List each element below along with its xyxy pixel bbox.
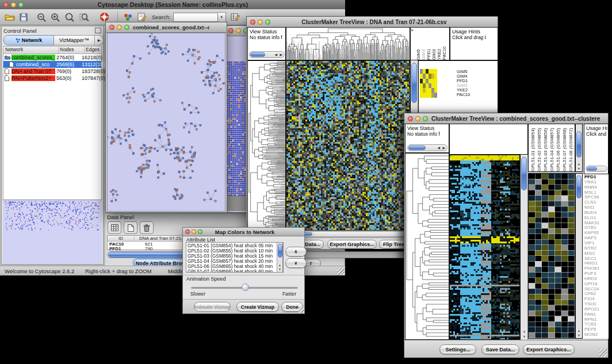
- zoom-out-icon[interactable]: [37, 13, 46, 22]
- delete-attribute-icon[interactable]: [140, 221, 154, 234]
- attribute-list-scrollbar[interactable]: ▲ ▼: [277, 243, 283, 272]
- select-attributes-icon[interactable]: [108, 221, 121, 234]
- minimize-icon[interactable]: [415, 116, 420, 121]
- network-table-row[interactable]: DNA and Tran 07769(0)183728(0): [3, 68, 101, 75]
- partial-browser-label: r: [310, 260, 312, 266]
- zoom-window-icon[interactable]: [265, 20, 270, 25]
- zoom-window-icon[interactable]: [423, 116, 428, 121]
- minimize-icon[interactable]: [236, 28, 241, 33]
- matrix-cell[interactable]: [434, 83, 437, 88]
- window-controls[interactable]: [0, 2, 27, 7]
- close-icon[interactable]: [3, 2, 9, 7]
- open-file-icon[interactable]: [5, 13, 15, 21]
- minimize-icon[interactable]: [192, 229, 196, 234]
- table-edit-icon[interactable]: [231, 13, 240, 21]
- close-icon[interactable]: [185, 229, 190, 234]
- zoom-window-icon[interactable]: [124, 25, 129, 30]
- network-table-row[interactable]: combined_scores_2764(0)16218(0): [3, 54, 101, 61]
- tv1-similarity-matrix[interactable]: [420, 69, 437, 98]
- treeview2-titlebar[interactable]: ClusterMaker TreeView : combined_scores_…: [404, 113, 608, 124]
- tv2-zoom-heatmap[interactable]: [528, 173, 575, 339]
- col-edges[interactable]: Edges: [85, 47, 101, 53]
- tab-vizmapper[interactable]: VizMapper™: [54, 35, 95, 45]
- vizmapper-icon[interactable]: [124, 13, 133, 21]
- minimize-icon[interactable]: [258, 20, 263, 25]
- tv2-column-dendrogram[interactable]: [449, 124, 528, 155]
- tv1-row-dendrogram[interactable]: [247, 60, 286, 231]
- tv1-status-scrollbar[interactable]: ◀ ▶: [249, 51, 285, 58]
- annotation-icon[interactable]: [137, 13, 146, 21]
- tv2-zoom-scrollbar[interactable]: ▲ ▼: [575, 173, 583, 339]
- save-icon[interactable]: [20, 13, 28, 21]
- tv1-column-dendrogram[interactable]: [286, 27, 410, 60]
- tv2-vscrollbar[interactable]: ▲ ▼: [520, 155, 528, 340]
- chevron-down-icon[interactable]: ▼: [218, 12, 226, 22]
- move-up-button[interactable]: ∧: [285, 247, 307, 256]
- help-lifering-icon[interactable]: [100, 12, 109, 22]
- col-network[interactable]: Network: [3, 47, 59, 53]
- main-titlebar[interactable]: Cytoscape Desktop (Session Name: collins…: [0, 0, 345, 10]
- network-table-row[interactable]: RNAPuberNov2+563(0)107847(0): [3, 75, 101, 82]
- matrix-cell[interactable]: [434, 74, 437, 78]
- create-vizmap-button[interactable]: Create Vizmap: [236, 302, 279, 312]
- settings-button[interactable]: Settings...: [439, 344, 476, 354]
- close-icon[interactable]: [250, 20, 255, 25]
- network1-view[interactable]: [107, 33, 225, 212]
- tv2-heatmap[interactable]: [449, 155, 520, 340]
- col-nodes[interactable]: Nodes: [59, 47, 85, 53]
- tv2-column-label: GPL51-06 (GSM865): [556, 125, 561, 171]
- tv2-collabels-scrollbar[interactable]: ▲ ▼: [575, 124, 583, 172]
- network-nodes: 769(0): [55, 68, 81, 74]
- new-attribute-icon[interactable]: [124, 221, 137, 234]
- dialog-titlebar[interactable]: Map Colors to Network: [183, 228, 304, 236]
- network1-titlebar[interactable]: combined_scores_good.txt--cluste...: [106, 22, 227, 33]
- close-icon[interactable]: [109, 25, 114, 30]
- float-panel-icon[interactable]: [95, 28, 101, 33]
- export-graphics-button[interactable]: Export Graphics...: [523, 344, 575, 354]
- move-down-button[interactable]: ∨: [285, 258, 307, 268]
- minimize-icon[interactable]: [117, 25, 122, 30]
- splitter-arrow-icon[interactable]: ▶: [411, 28, 414, 32]
- zoom-in-icon[interactable]: [51, 13, 60, 22]
- tv2-hints-scrollbar[interactable]: [586, 166, 607, 172]
- tv1-view-status: View Status No status info f ◀ ▶: [247, 27, 286, 60]
- resize-grip[interactable]: [338, 268, 345, 275]
- matrix-cell[interactable]: [434, 69, 437, 74]
- settings-label: Settings...: [445, 347, 470, 352]
- animate-vizmap-button[interactable]: Animate Vizmap: [194, 302, 231, 312]
- matrix-cell[interactable]: [434, 79, 437, 83]
- zoom-window-icon[interactable]: [18, 2, 24, 7]
- zoom-fit-icon[interactable]: [64, 13, 75, 22]
- search-combo[interactable]: ▼: [173, 12, 226, 22]
- tv2-row-dendrogram[interactable]: [405, 153, 449, 340]
- tv2-status-scrollbar[interactable]: ◀ ▶: [407, 144, 447, 151]
- zoom-window-icon[interactable]: [198, 229, 202, 234]
- gene-label[interactable]: MON2: [584, 332, 599, 338]
- save-data-button[interactable]: Save Data...: [481, 344, 519, 354]
- close-icon[interactable]: [228, 28, 234, 33]
- matrix-cell[interactable]: [434, 93, 437, 97]
- attribute-list[interactable]: GPL51-01 (GSM854) heat shock 05 minGPL51…: [186, 242, 284, 273]
- search-input[interactable]: [173, 13, 218, 22]
- close-icon[interactable]: [408, 116, 413, 121]
- export-graphics-button[interactable]: Export Graphics...: [327, 240, 377, 248]
- birdseye-view[interactable]: [3, 200, 102, 263]
- faster-label: Faster: [282, 291, 296, 297]
- attribute-list-item[interactable]: GPL51-07 (GSM868) heat shock 60 min: [188, 269, 276, 273]
- tv1-heatmap[interactable]: [286, 60, 410, 231]
- treeview1-titlebar[interactable]: ClusterMaker TreeView : DNA and Tran 07-…: [247, 17, 498, 28]
- tv2-button-bar: Settings... Save Data... Export Graphics…: [404, 340, 608, 358]
- tab-network[interactable]: Network: [3, 35, 54, 45]
- matrix-cell[interactable]: [434, 88, 437, 93]
- tab-overflow-button[interactable]: ▶: [95, 35, 104, 45]
- dialog-resize-grip[interactable]: [299, 308, 304, 313]
- minimize-icon[interactable]: [11, 2, 16, 7]
- slower-label: Slower: [190, 291, 205, 297]
- zoom-selected-icon[interactable]: [79, 13, 89, 22]
- tv2-resize-grip[interactable]: [599, 349, 607, 357]
- network-table-row[interactable]: combined_sco2569(6)13112(15): [3, 61, 101, 68]
- document-icon: [3, 62, 16, 67]
- id-column-header[interactable]: ID: [108, 236, 135, 241]
- tv1-usage-hints-message: Click and drag t: [450, 35, 498, 40]
- slider-thumb[interactable]: [242, 283, 249, 291]
